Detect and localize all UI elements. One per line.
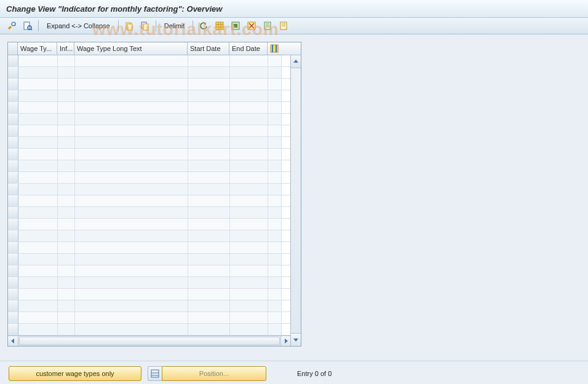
row-selector[interactable] xyxy=(8,230,18,241)
table-cell[interactable] xyxy=(18,207,58,218)
table-cell[interactable] xyxy=(58,254,75,265)
vscroll-track[interactable] xyxy=(291,68,301,333)
table-cell[interactable] xyxy=(75,300,188,312)
table-cell[interactable] xyxy=(75,265,188,276)
row-selector[interactable] xyxy=(8,207,18,218)
table-cell[interactable] xyxy=(230,195,268,206)
table-cell[interactable] xyxy=(230,102,268,113)
table-cell[interactable] xyxy=(58,137,75,148)
extra-button-2[interactable] xyxy=(277,20,290,32)
customer-wage-types-button[interactable]: customer wage types only xyxy=(9,366,141,381)
table-cell[interactable] xyxy=(58,79,75,90)
table-cell[interactable] xyxy=(230,254,268,265)
delimit-button[interactable]: Delimit xyxy=(160,19,189,33)
table-cell[interactable] xyxy=(188,125,230,136)
table-cell[interactable] xyxy=(268,289,282,300)
table-cell[interactable] xyxy=(230,265,268,276)
row-selector[interactable] xyxy=(8,114,18,125)
row-selector[interactable] xyxy=(8,160,18,171)
table-cell[interactable] xyxy=(188,195,230,206)
table-cell[interactable] xyxy=(230,312,268,323)
table-cell[interactable] xyxy=(230,79,268,90)
table-cell[interactable] xyxy=(75,79,188,90)
col-header-start-date[interactable]: Start Date xyxy=(188,42,229,55)
table-cell[interactable] xyxy=(75,102,188,113)
row-selector[interactable] xyxy=(8,149,18,160)
table-cell[interactable] xyxy=(188,242,230,253)
row-selector[interactable] xyxy=(8,242,18,253)
table-cell[interactable] xyxy=(230,242,268,253)
table-cell[interactable] xyxy=(188,137,230,148)
table-cell[interactable] xyxy=(58,195,75,206)
row-selector[interactable] xyxy=(8,79,18,90)
table-cell[interactable] xyxy=(18,55,58,66)
table-cell[interactable] xyxy=(268,230,282,241)
table-cell[interactable] xyxy=(18,90,58,101)
table-cell[interactable] xyxy=(230,207,268,218)
table-cell[interactable] xyxy=(188,289,230,300)
col-header-infotype[interactable]: Inf... xyxy=(57,42,74,55)
table-cell[interactable] xyxy=(18,137,58,148)
scroll-down-button[interactable] xyxy=(291,333,301,346)
table-cell[interactable] xyxy=(75,230,188,241)
table-cell[interactable] xyxy=(75,242,188,253)
table-cell[interactable] xyxy=(268,300,282,312)
table-cell[interactable] xyxy=(58,312,75,323)
table-cell[interactable] xyxy=(58,172,75,183)
table-cell[interactable] xyxy=(230,149,268,160)
table-cell[interactable] xyxy=(230,114,268,125)
table-cell[interactable] xyxy=(18,195,58,206)
table-cell[interactable] xyxy=(230,137,268,148)
table-cell[interactable] xyxy=(18,265,58,276)
row-selector[interactable] xyxy=(8,312,18,323)
table-cell[interactable] xyxy=(188,172,230,183)
display-change-button[interactable] xyxy=(5,20,18,32)
table-cell[interactable] xyxy=(18,67,58,78)
table-cell[interactable] xyxy=(58,102,75,113)
table-cell[interactable] xyxy=(18,289,58,300)
table-cell[interactable] xyxy=(18,172,58,183)
other-view-button[interactable] xyxy=(21,20,34,32)
table-cell[interactable] xyxy=(188,312,230,323)
table-cell[interactable] xyxy=(230,219,268,230)
row-selector[interactable] xyxy=(8,172,18,183)
select-block-button[interactable] xyxy=(229,20,242,32)
table-cell[interactable] xyxy=(75,114,188,125)
table-cell[interactable] xyxy=(75,219,188,230)
table-cell[interactable] xyxy=(75,149,188,160)
table-cell[interactable] xyxy=(75,67,188,78)
table-cell[interactable] xyxy=(75,137,188,148)
row-selector[interactable] xyxy=(8,277,18,288)
table-cell[interactable] xyxy=(18,300,58,312)
table-cell[interactable] xyxy=(188,265,230,276)
table-cell[interactable] xyxy=(75,184,188,195)
table-cell[interactable] xyxy=(18,184,58,195)
scroll-right-button[interactable] xyxy=(280,336,291,346)
table-cell[interactable] xyxy=(268,137,282,148)
col-header-wage-type[interactable]: Wage Ty... xyxy=(18,42,57,55)
table-cell[interactable] xyxy=(18,125,58,136)
table-cell[interactable] xyxy=(18,312,58,323)
table-cell[interactable] xyxy=(268,149,282,160)
table-cell[interactable] xyxy=(75,254,188,265)
undo-button[interactable] xyxy=(197,20,210,32)
table-cell[interactable] xyxy=(268,195,282,206)
table-cell[interactable] xyxy=(58,277,75,288)
scroll-up-button[interactable] xyxy=(291,55,301,68)
deselect-all-button[interactable] xyxy=(245,20,258,32)
table-cell[interactable] xyxy=(268,207,282,218)
table-cell[interactable] xyxy=(230,90,268,101)
row-selector[interactable] xyxy=(8,55,18,66)
table-cell[interactable] xyxy=(58,300,75,312)
row-selector[interactable] xyxy=(8,289,18,300)
table-cell[interactable] xyxy=(188,67,230,78)
position-button[interactable]: Position... xyxy=(162,366,266,381)
table-cell[interactable] xyxy=(188,55,230,66)
row-selector[interactable] xyxy=(8,184,18,195)
table-cell[interactable] xyxy=(58,55,75,66)
row-selector[interactable] xyxy=(8,67,18,78)
table-cell[interactable] xyxy=(230,300,268,312)
table-cell[interactable] xyxy=(268,90,282,101)
table-cell[interactable] xyxy=(75,55,188,66)
row-selector[interactable] xyxy=(8,300,18,312)
